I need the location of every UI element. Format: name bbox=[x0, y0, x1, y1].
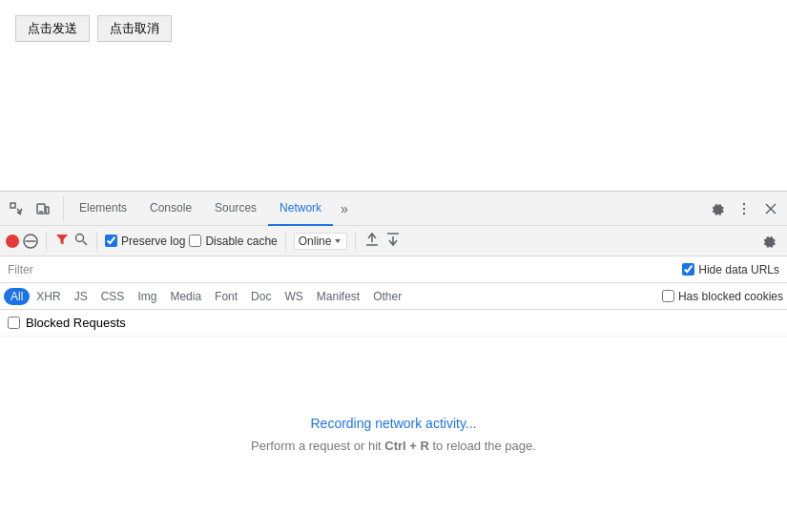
type-media-button[interactable]: Media bbox=[163, 288, 208, 305]
preserve-log-checkbox[interactable] bbox=[105, 235, 117, 247]
separator-2 bbox=[96, 232, 97, 251]
svg-rect-0 bbox=[10, 203, 15, 208]
svg-point-11 bbox=[76, 235, 84, 242]
cancel-button[interactable]: 点击取消 bbox=[97, 15, 172, 42]
has-blocked-cookies-checkbox[interactable] bbox=[662, 290, 674, 302]
settings-icon[interactable] bbox=[705, 196, 730, 221]
network-throttle-select[interactable]: Online bbox=[294, 233, 348, 250]
more-options-icon[interactable] bbox=[732, 196, 756, 221]
tab-network[interactable]: Network bbox=[268, 192, 333, 226]
type-filter-bar: All XHR JS CSS Img Media Font Doc WS Man… bbox=[0, 283, 787, 310]
network-settings-icon[interactable] bbox=[756, 229, 781, 254]
type-other-button[interactable]: Other bbox=[366, 288, 408, 305]
svg-point-5 bbox=[743, 207, 745, 209]
tab-console[interactable]: Console bbox=[138, 192, 203, 226]
close-devtools-icon[interactable] bbox=[758, 196, 783, 221]
network-main-content: Recording network activity... Perform a … bbox=[0, 337, 787, 532]
svg-rect-2 bbox=[46, 207, 49, 214]
import-har-icon[interactable] bbox=[363, 231, 381, 252]
type-doc-button[interactable]: Doc bbox=[244, 288, 278, 305]
type-js-button[interactable]: JS bbox=[68, 288, 94, 305]
svg-line-12 bbox=[83, 241, 87, 245]
type-all-button[interactable]: All bbox=[4, 288, 30, 305]
devtools-right-icons bbox=[705, 196, 783, 221]
tab-sources[interactable]: Sources bbox=[203, 192, 268, 226]
filter-label: Filter bbox=[8, 263, 33, 276]
type-manifest-button[interactable]: Manifest bbox=[310, 288, 366, 305]
type-font-button[interactable]: Font bbox=[208, 288, 244, 305]
preserve-log-label[interactable]: Preserve log bbox=[105, 235, 185, 248]
has-blocked-cookies-label[interactable]: Has blocked cookies bbox=[662, 290, 783, 303]
type-img-button[interactable]: Img bbox=[131, 288, 163, 305]
search-icon[interactable] bbox=[73, 232, 89, 250]
separator-1 bbox=[46, 232, 47, 251]
filter-bar: Filter Hide data URLs bbox=[0, 256, 787, 283]
devtools-left-icons bbox=[4, 196, 64, 221]
more-tabs-button[interactable]: » bbox=[333, 201, 356, 216]
inspect-icon[interactable] bbox=[4, 196, 29, 221]
disable-cache-label[interactable]: Disable cache bbox=[189, 235, 277, 248]
hint-text: Perform a request or hit Ctrl + R to rel… bbox=[251, 439, 536, 453]
type-ws-button[interactable]: WS bbox=[278, 288, 309, 305]
blocked-requests-checkbox[interactable] bbox=[8, 317, 20, 329]
separator-4 bbox=[355, 232, 356, 251]
submit-button[interactable]: 点击发送 bbox=[15, 15, 90, 42]
separator-3 bbox=[285, 232, 286, 251]
type-xhr-button[interactable]: XHR bbox=[30, 288, 67, 305]
record-button[interactable] bbox=[6, 235, 19, 248]
filter-icon[interactable] bbox=[54, 232, 70, 250]
filter-input[interactable] bbox=[41, 263, 675, 276]
svg-point-6 bbox=[743, 212, 745, 214]
hide-data-urls-label[interactable]: Hide data URLs bbox=[682, 263, 779, 276]
blocked-requests-bar: Blocked Requests bbox=[0, 310, 787, 337]
recording-status: Recording network activity... bbox=[310, 416, 476, 431]
clear-button[interactable] bbox=[23, 234, 38, 249]
blocked-requests-label: Blocked Requests bbox=[26, 316, 126, 330]
type-css-button[interactable]: CSS bbox=[94, 288, 132, 305]
page-area: 点击发送 点击取消 bbox=[0, 0, 787, 191]
hide-data-urls-checkbox[interactable] bbox=[682, 263, 694, 276]
disable-cache-checkbox[interactable] bbox=[189, 235, 201, 247]
svg-point-4 bbox=[743, 202, 745, 204]
network-controls-bar: Preserve log Disable cache Online bbox=[0, 226, 787, 256]
export-har-icon[interactable] bbox=[384, 231, 402, 252]
devtools-panel: Elements Console Sources Network » bbox=[0, 191, 787, 532]
devtools-tabs-bar: Elements Console Sources Network » bbox=[0, 192, 787, 226]
tab-elements[interactable]: Elements bbox=[68, 192, 138, 226]
device-toggle-icon[interactable] bbox=[31, 196, 55, 221]
